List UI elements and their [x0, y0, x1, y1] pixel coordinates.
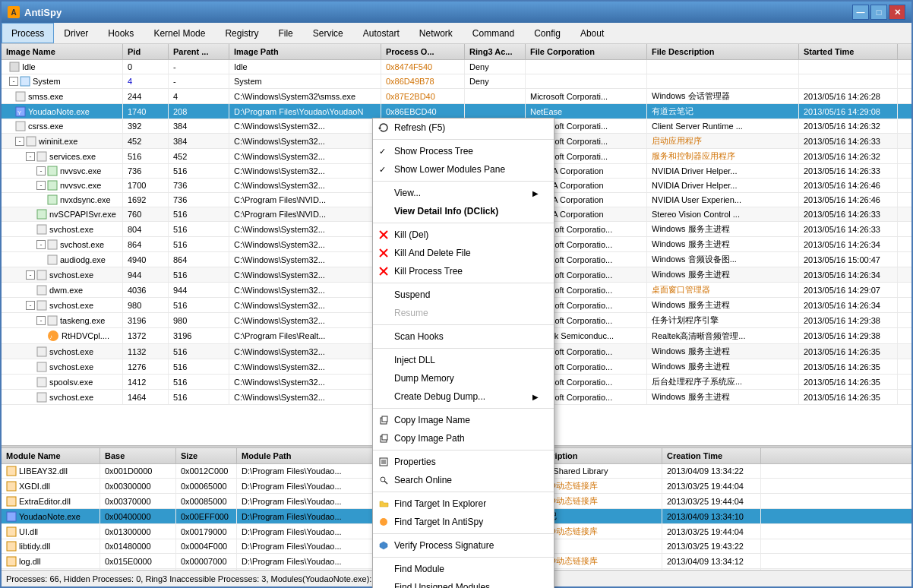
ctx-find-unsigned-modules[interactable]: Find Unsigned Modules	[373, 578, 554, 588]
expand-icon[interactable]: -	[36, 240, 46, 249]
module-name: YoudaoNote.exe	[2, 509, 100, 523]
ctx-separator	[373, 408, 554, 409]
table-row[interactable]: smss.exe 244 4 C:\Windows\System32\smss.…	[2, 89, 911, 104]
process-pid: 4940	[123, 252, 169, 267]
close-button[interactable]: ✕	[889, 5, 905, 20]
menu-hooks[interactable]: Hooks	[98, 23, 144, 43]
menu-registry[interactable]: Registry	[215, 23, 268, 43]
ctx-kill-delete[interactable]: Kill And Delete File	[373, 244, 554, 262]
menu-process[interactable]: Process	[2, 23, 54, 43]
process-corp	[526, 60, 647, 74]
process-name: - nvvsvc.exe	[2, 164, 123, 178]
ctx-copy-image-path[interactable]: Copy Image Path	[373, 429, 554, 447]
expand-icon[interactable]: -	[26, 301, 35, 310]
expand-icon[interactable]: -	[36, 316, 46, 325]
ctx-refresh[interactable]: Refresh (F5)	[373, 119, 554, 137]
title-bar: A AntiSpy — □ ✕	[2, 2, 911, 23]
menu-config[interactable]: Config	[524, 23, 570, 43]
menu-network[interactable]: Network	[409, 23, 463, 43]
expand-icon[interactable]: -	[36, 181, 46, 190]
expand-icon[interactable]: -	[26, 270, 35, 280]
menu-file[interactable]: File	[268, 23, 302, 43]
ctx-copy-image-name[interactable]: Copy Image Name	[373, 411, 554, 429]
ctx-inject-dll[interactable]: Inject DLL	[373, 351, 554, 369]
menu-command[interactable]: Command	[463, 23, 524, 43]
table-row[interactable]: Y YoudaoNote.exe 1740 208 D:\Program Fil…	[2, 104, 911, 119]
ctx-label: View...	[394, 188, 421, 198]
process-path: C:\Windows\System32...	[229, 375, 381, 389]
ctx-find-target-explorer[interactable]: Find Target In Explorer	[373, 495, 554, 513]
menu-autostart[interactable]: Autostart	[353, 23, 409, 43]
process-parent: 736	[169, 179, 229, 192]
module-path: D:\Program Files\Youdao...	[237, 509, 389, 523]
expand-icon[interactable]: -	[15, 137, 24, 146]
ctx-label: Search Online	[394, 475, 452, 485]
ctx-view-detail[interactable]: View Detail Info (DClick)	[373, 202, 554, 220]
module-size: 0x00179000	[176, 524, 237, 539]
ctx-label: Kill And Delete File	[394, 248, 471, 258]
module-path: D:\Program Files\Youdao...	[237, 524, 389, 539]
menu-driver[interactable]: Driver	[54, 23, 98, 43]
ctx-show-process-tree[interactable]: ✓ Show Process Tree	[373, 142, 554, 160]
ctx-search-online[interactable]: Search Online	[373, 471, 554, 489]
ctx-verify-signature[interactable]: Verify Process Signature	[373, 536, 554, 555]
process-desc: Windows 音频设备图...	[647, 252, 799, 267]
ctx-suspend[interactable]: Suspend	[373, 286, 554, 304]
ctx-label: View Detail Info (DClick)	[394, 206, 498, 217]
module-name: LIBEAY32.dll	[2, 464, 100, 478]
process-pid: 516	[123, 149, 169, 163]
process-name: spoolsv.exe	[2, 375, 123, 389]
process-addr: 0x86EBCD40	[381, 104, 465, 119]
process-pid: 1464	[123, 390, 169, 404]
process-parent: -	[169, 74, 229, 88]
expand-icon[interactable]: -	[26, 152, 35, 161]
ctx-view[interactable]: View... ▶	[373, 184, 554, 202]
ctx-dump-memory[interactable]: Dump Memory	[373, 369, 554, 387]
ctx-refresh-label: Refresh (F5)	[394, 122, 445, 133]
col-creation-time: Creation Time	[662, 448, 761, 463]
ctx-show-lower-modules[interactable]: ✓ Show Lower Modules Pane	[373, 160, 554, 179]
process-corp	[526, 74, 647, 88]
process-desc: Windows 服务主进程	[647, 237, 799, 251]
svg-rect-21	[37, 347, 46, 356]
ctx-create-debug-dump[interactable]: Create Debug Dump... ▶	[373, 387, 554, 406]
module-time: 2013/04/09 13:34:10	[662, 509, 761, 523]
menu-kernel-mode[interactable]: Kernel Mode	[144, 23, 215, 43]
ctx-properties[interactable]: Properties	[373, 453, 554, 471]
process-pid: 736	[123, 164, 169, 178]
ctx-find-module[interactable]: Find Module	[373, 560, 554, 578]
col-corp: File Corporation	[526, 44, 647, 59]
ctx-kill-tree[interactable]: Kill Process Tree	[373, 262, 554, 280]
ctx-scan-hooks[interactable]: Scan Hooks	[373, 327, 554, 346]
ctx-kill[interactable]: Kill (Del)	[373, 226, 554, 244]
menu-service[interactable]: Service	[303, 23, 353, 43]
table-row[interactable]: Idle 0 - Idle 0x8474F540 Deny	[2, 60, 911, 74]
process-parent: 944	[169, 283, 229, 297]
svg-point-51	[380, 518, 387, 526]
ctx-find-target-antispy[interactable]: Find Target In AntiSpy	[373, 513, 554, 531]
module-time: 2013/03/25 19:44:04	[662, 494, 761, 508]
ctx-label: Create Debug Dump...	[394, 391, 485, 402]
status-text: Processes: 66, Hidden Processes: 0, Ring…	[6, 574, 400, 583]
svg-rect-24	[37, 393, 46, 402]
module-size: 0x00007000	[176, 554, 237, 568]
menu-about[interactable]: About	[570, 23, 614, 43]
kill-tree-icon	[378, 265, 390, 277]
process-parent: -	[169, 60, 229, 74]
ctx-label: Copy Image Name	[394, 415, 470, 425]
process-name: smss.exe	[2, 89, 123, 103]
process-time: 2013/05/16 14:26:33	[799, 222, 898, 236]
module-time: 2013/04/09 13:34:22	[662, 464, 761, 478]
maximize-button[interactable]: □	[870, 5, 887, 20]
process-addr: 0x87E2BD40	[381, 89, 465, 103]
ctx-label: Copy Image Path	[394, 433, 465, 444]
expand-icon[interactable]: -	[9, 77, 18, 86]
process-parent: 516	[169, 164, 229, 178]
process-time: 2013/05/16 14:26:32	[799, 119, 898, 133]
process-parent: 516	[169, 267, 229, 282]
process-pid: 1276	[123, 359, 169, 374]
process-desc: Windows 服务主进程	[647, 359, 799, 374]
table-row[interactable]: - System 4 - System 0x86D49B78 Deny	[2, 74, 911, 89]
expand-icon[interactable]: -	[36, 166, 46, 175]
minimize-button[interactable]: —	[852, 5, 869, 20]
